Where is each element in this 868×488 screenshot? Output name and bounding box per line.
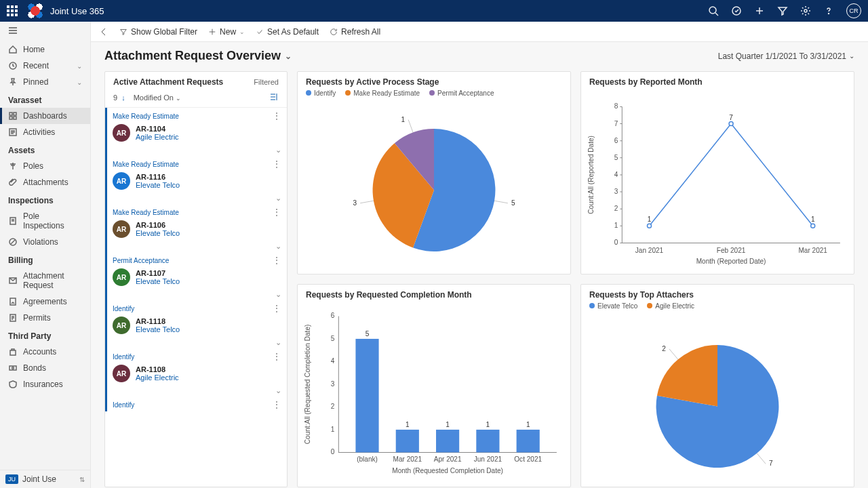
list-item[interactable]: ARAR-1106Elevate Telco (107, 219, 287, 242)
new-button[interactable]: New⌄ (208, 27, 245, 37)
expand-icon[interactable]: ⌄ (107, 386, 287, 396)
gear-icon[interactable] (800, 5, 811, 16)
date-range[interactable]: Last Quarter 1/1/2021 To 3/31/2021⌄ (718, 52, 854, 61)
sidebar-item-agreements[interactable]: Agreements (0, 293, 90, 310)
list-item[interactable]: ARAR-1116Elevate Telco (107, 171, 287, 194)
svg-text:Count:All (Requested Completio: Count:All (Requested Completion Date) (304, 325, 311, 444)
more-icon[interactable]: ⋮ (272, 110, 281, 121)
page-title[interactable]: Attachment Request Overview⌄ (104, 49, 292, 63)
svg-text:1: 1 (526, 421, 530, 428)
company-link[interactable]: Elevate Telco (136, 277, 180, 285)
more-icon[interactable]: ⋮ (272, 207, 281, 218)
list-group-header[interactable]: Identify⋮ (107, 348, 287, 363)
sidebar-item-violations[interactable]: Violations (0, 234, 90, 250)
company-link[interactable]: Agile Electric (136, 373, 179, 382)
expand-icon[interactable]: ⌄ (107, 194, 287, 204)
svg-text:Month (Requested Completion Da: Month (Requested Completion Date) (392, 467, 503, 474)
sidebar-item-pinned[interactable]: Pinned⌄ (0, 74, 90, 90)
svg-point-27 (12, 367, 14, 369)
svg-rect-12 (14, 113, 16, 115)
sidebar-item-home[interactable]: Home (0, 41, 90, 58)
svg-text:Mar 2021: Mar 2021 (798, 247, 827, 254)
svg-point-58 (647, 224, 651, 228)
list-group-header[interactable]: Permit Acceptance⋮ (107, 252, 287, 267)
more-icon[interactable]: ⋮ (272, 399, 281, 410)
sidebar-item-activities[interactable]: Activities (0, 124, 90, 140)
sidebar-item-recent[interactable]: Recent⌄ (0, 58, 90, 74)
more-icon[interactable]: ⋮ (272, 159, 281, 169)
company-link[interactable]: Elevate Telco (136, 181, 180, 189)
list-view-icon[interactable] (269, 92, 279, 103)
sidebar-item-accounts[interactable]: Accounts (0, 344, 90, 360)
card-requests-by-month: Requests by Reported Month 0123456781Jan… (580, 71, 854, 274)
bonds-icon (8, 363, 18, 373)
svg-point-61 (729, 122, 733, 126)
user-avatar[interactable]: CR (846, 3, 861, 18)
sidebar-item-attachments[interactable]: Attachments (0, 174, 90, 190)
sidebar-label: Home (23, 45, 45, 54)
svg-text:Apr 2021: Apr 2021 (434, 455, 462, 463)
company-link[interactable]: Elevate Telco (136, 325, 180, 333)
sidebar-footer[interactable]: JU Joint Use ⇅ (0, 470, 90, 488)
expand-icon[interactable]: ⌄ (107, 290, 287, 300)
list-item[interactable]: ARAR-1118Elevate Telco (107, 315, 287, 338)
sidebar-item-bonds[interactable]: Bonds (0, 360, 90, 376)
list-item[interactable]: ARAR-1107Elevate Telco (107, 267, 287, 290)
sidebar-item-poles[interactable]: Poles (0, 158, 90, 174)
more-icon[interactable]: ⋮ (272, 351, 281, 362)
sidebar-item-pole-inspections[interactable]: Pole Inspections (0, 208, 90, 234)
sidebar-section-inspections: Inspections (0, 190, 90, 208)
more-icon[interactable]: ⋮ (272, 303, 281, 314)
refresh-all-button[interactable]: Refresh All (330, 27, 380, 37)
list-group-header[interactable]: Make Ready Estimate⋮ (107, 108, 287, 123)
list-item[interactable]: ARAR-1108Agile Electric (107, 363, 287, 386)
set-default-button[interactable]: Set As Default (256, 27, 319, 37)
company-link[interactable]: Agile Electric (136, 133, 179, 141)
list-item[interactable]: ARAR-1104Agile Electric (107, 123, 287, 146)
hamburger-icon[interactable] (0, 22, 90, 41)
list-group-header[interactable]: Make Ready Estimate⋮ (107, 204, 287, 219)
sort-arrow-icon[interactable]: ↓ (121, 94, 125, 102)
list-group-header[interactable]: Identify⋮ (107, 396, 287, 411)
svg-text:1: 1 (406, 421, 410, 428)
svg-rect-85 (476, 430, 499, 453)
sidebar-item-dashboards[interactable]: Dashboards (0, 108, 90, 124)
task-icon[interactable] (731, 5, 742, 16)
sidebar-item-insurances[interactable]: Insurances (0, 376, 90, 392)
sidebar-label: Attachment Request (23, 271, 82, 290)
home-icon (8, 45, 18, 54)
svg-text:2: 2 (331, 403, 335, 410)
svg-rect-79 (396, 430, 419, 453)
svg-rect-14 (14, 117, 16, 119)
show-global-filter-button[interactable]: Show Global Filter (119, 27, 197, 37)
expand-icon[interactable]: ⌄ (107, 338, 287, 348)
expand-icon[interactable]: ⌄ (107, 242, 287, 252)
list-group-header[interactable]: Make Ready Estimate⋮ (107, 156, 287, 171)
waffle-icon[interactable] (7, 5, 18, 16)
svg-text:1: 1 (331, 426, 335, 433)
svg-text:1: 1 (614, 222, 618, 229)
search-icon[interactable] (708, 5, 719, 16)
request-icon (8, 276, 18, 285)
list-group-header[interactable]: Identify⋮ (107, 300, 287, 315)
expand-icon[interactable]: ⌄ (107, 146, 287, 156)
sort-field[interactable]: Modified On ⌄ (134, 94, 181, 102)
card-title-text: Requests by Reported Month (589, 77, 703, 87)
svg-text:3: 3 (614, 188, 618, 195)
pole-icon (8, 161, 18, 171)
back-button[interactable] (99, 27, 108, 37)
sidebar-item-attachment-request[interactable]: Attachment Request (0, 268, 90, 293)
plus-icon[interactable] (754, 5, 765, 16)
sidebar-item-permits[interactable]: Permits (0, 310, 90, 326)
more-icon[interactable]: ⋮ (272, 255, 281, 266)
filter-icon[interactable] (777, 5, 788, 16)
help-icon[interactable] (823, 5, 834, 16)
svg-text:1: 1 (401, 116, 406, 123)
sidebar-label: Agreements (23, 297, 67, 306)
chevron-down-icon: ⌄ (77, 62, 82, 70)
list-toolbar: 9 ↓ Modified On ⌄ (105, 89, 287, 107)
card-title-text: Requests by Top Attachers (589, 290, 694, 300)
svg-text:1: 1 (446, 421, 450, 428)
company-link[interactable]: Elevate Telco (136, 229, 180, 237)
card-title-text: Requests by Requested Completion Month (306, 290, 472, 300)
